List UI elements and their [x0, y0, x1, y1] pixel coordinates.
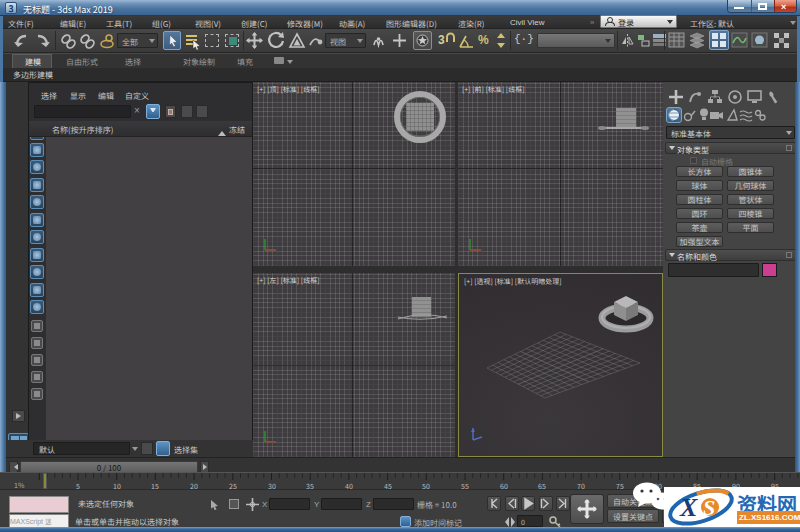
svg-text:S: S: [703, 495, 715, 520]
svg-text:X: X: [679, 493, 698, 522]
